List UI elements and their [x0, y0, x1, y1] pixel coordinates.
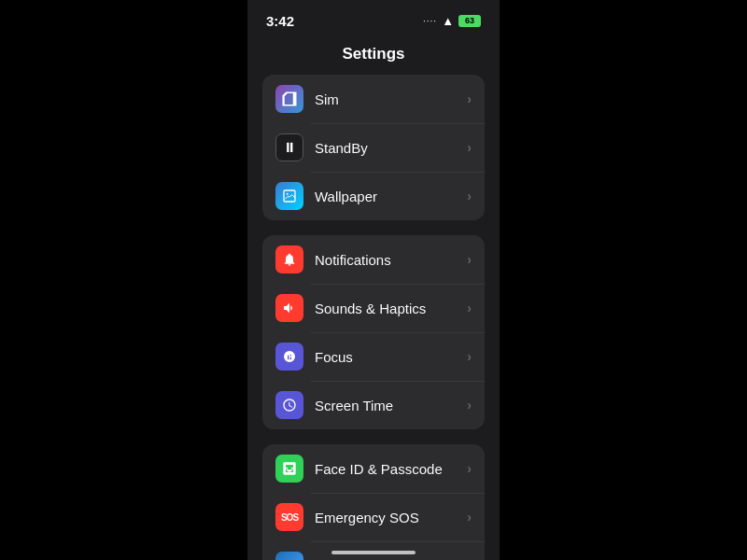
wallpaper-label: Wallpaper — [315, 189, 467, 204]
page-title: Settings — [247, 41, 500, 75]
standby-label: StandBy — [315, 140, 467, 156]
row-sim[interactable]: Sim› — [262, 75, 485, 123]
sos-label: Emergency SOS — [315, 510, 467, 525]
faceid-icon — [275, 455, 303, 483]
standby-icon: ⏸ — [275, 133, 303, 161]
sounds-chevron: › — [467, 301, 472, 315]
row-sos[interactable]: SOSEmergency SOS› — [262, 493, 485, 541]
row-sounds[interactable]: Sounds & Haptics› — [262, 284, 485, 332]
sounds-label: Sounds & Haptics — [315, 301, 467, 316]
screentime-chevron: › — [467, 398, 472, 413]
faceid-chevron: › — [467, 461, 472, 476]
privacy-icon — [275, 552, 303, 560]
row-faceid[interactable]: Face ID & Passcode› — [262, 444, 485, 493]
group-group-notifications: Notifications›Sounds & Haptics›Focus›Scr… — [262, 235, 485, 429]
home-indicator — [331, 551, 416, 554]
sos-icon: SOS — [275, 503, 303, 531]
svg-point-1 — [287, 193, 289, 195]
sim-chevron: › — [467, 91, 472, 106]
group-group-sim: Sim›⏸StandBy›Wallpaper› — [262, 75, 485, 220]
battery-icon: 63 — [458, 15, 481, 27]
notifications-icon — [275, 245, 303, 273]
faceid-label: Face ID & Passcode — [315, 461, 467, 477]
sim-icon — [275, 85, 303, 113]
status-bar: 3:42 ···· ▲ 63 — [247, 0, 500, 41]
row-wallpaper[interactable]: Wallpaper› — [262, 172, 485, 220]
row-screentime[interactable]: Screen Time› — [262, 381, 485, 429]
focus-chevron: › — [467, 349, 472, 364]
notifications-chevron: › — [467, 252, 472, 267]
sounds-icon — [275, 294, 303, 322]
row-focus[interactable]: Focus› — [262, 332, 485, 381]
status-icons: ···· ▲ 63 — [423, 14, 481, 28]
standby-chevron: › — [467, 140, 472, 155]
focus-label: Focus — [315, 349, 467, 365]
sos-chevron: › — [467, 510, 472, 525]
group-group-security: Face ID & Passcode›SOSEmergency SOS›Priv… — [262, 444, 485, 560]
screentime-label: Screen Time — [315, 398, 467, 413]
status-time: 3:42 — [266, 13, 294, 29]
phone-frame: 3:42 ···· ▲ 63 Settings Sim›⏸StandBy›Wal… — [247, 0, 500, 560]
notifications-label: Notifications — [315, 252, 467, 268]
focus-icon — [275, 343, 303, 371]
scroll-content[interactable]: Sim›⏸StandBy›Wallpaper›Notifications›Sou… — [247, 75, 500, 560]
wallpaper-chevron: › — [467, 189, 472, 203]
signal-icon: ···· — [423, 16, 437, 26]
row-standby[interactable]: ⏸StandBy› — [262, 123, 485, 172]
wifi-icon: ▲ — [442, 14, 454, 28]
screentime-icon — [275, 391, 303, 419]
sim-label: Sim — [315, 91, 467, 107]
row-notifications[interactable]: Notifications› — [262, 235, 485, 284]
wallpaper-icon — [275, 182, 303, 210]
